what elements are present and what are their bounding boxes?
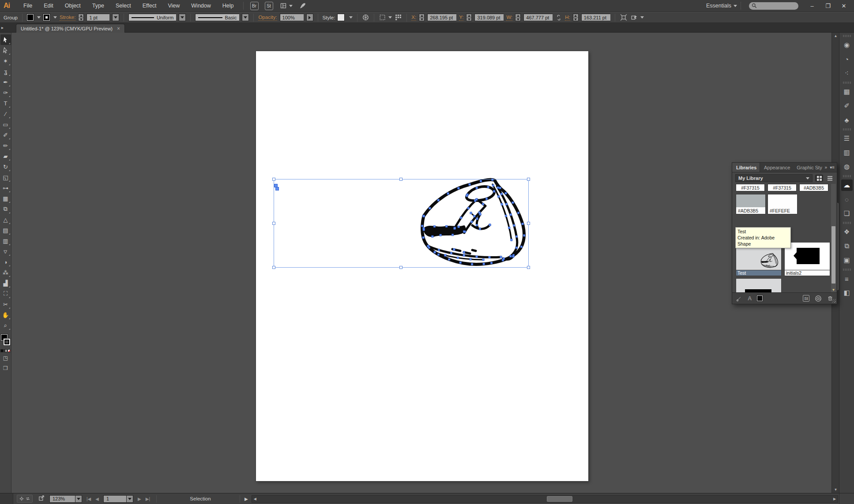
menu-object[interactable]: Object [59,3,87,9]
color-swatch-label[interactable]: #F37315 [767,184,797,191]
tool-zoom[interactable]: ⌕ [0,320,11,331]
variable-width-dropdown[interactable] [179,14,186,21]
x-field[interactable]: 268.195 pt [427,14,456,21]
canvas[interactable] [11,33,831,493]
constrain-proportions-button[interactable] [555,14,562,21]
library-graphic-initials[interactable]: initials [736,278,782,292]
color-swatch[interactable]: #ADB3B5 [736,194,766,214]
tool-pen[interactable]: ✒ [0,77,11,87]
dock-grip[interactable] [843,269,851,271]
handle-top-left[interactable] [272,178,275,181]
graphic-thumbnail[interactable] [736,278,782,292]
tool-rotate[interactable]: ↻ [0,161,11,172]
color-guide-panel-icon[interactable]: ◔ [841,53,853,65]
tool-free-transform[interactable]: ▦ [0,193,11,204]
tool-pencil[interactable]: ✏ [0,140,11,151]
anchor-point[interactable] [275,187,279,190]
w-field[interactable]: 467.777 pt [523,14,553,21]
selection-bounding-box[interactable] [274,179,529,268]
gradient-button[interactable] [4,349,7,352]
status-options-arrow-icon[interactable]: ▶ [245,497,248,501]
brush-dropdown[interactable] [242,14,249,21]
menu-effect[interactable]: Effect [137,3,162,9]
stroke-weight-field[interactable]: 1 pt [87,14,109,21]
menu-select[interactable]: Select [110,3,137,9]
scroll-left-arrow-icon[interactable]: ◀ [252,496,258,502]
horizontal-scrollbar[interactable]: ◀ ▶ [252,495,838,503]
tab-close-icon[interactable]: × [117,26,120,32]
tool-paintbrush[interactable]: ✐ [0,130,11,140]
grid-view-button[interactable] [815,175,823,182]
tool-eyedropper[interactable]: 🜄 [0,246,11,257]
artboard-dropdown[interactable] [126,495,133,503]
variable-width-profile[interactable]: Uniform [128,14,176,21]
stock-button[interactable]: St [803,295,809,302]
w-link[interactable]: W: [506,15,512,21]
stroke-swatch[interactable] [43,14,50,21]
opacity-popup[interactable] [306,14,313,21]
add-content-button[interactable] [736,295,742,302]
fill-swatch[interactable] [27,14,34,21]
character-style-button[interactable]: A [748,295,752,302]
transparency-panel-icon[interactable]: ◍ [841,161,853,172]
h-link[interactable]: H: [565,15,570,21]
first-artboard-button[interactable]: |◀ [87,497,91,501]
color-swatch-label[interactable]: #ADB3B5 [799,184,828,191]
tab-libraries[interactable]: Libraries [732,163,760,172]
tool-mesh[interactable]: ▤ [0,225,11,235]
tool-column-graph[interactable]: ▟ [0,278,11,288]
tool-perspective-grid[interactable]: △ [0,214,11,225]
dock-grip[interactable] [843,222,851,224]
fill-color-control[interactable] [27,14,41,21]
zoom-level-dropdown[interactable] [75,495,82,503]
handle-middle-right[interactable] [527,222,530,225]
none-button[interactable] [8,349,11,352]
y-stepper[interactable] [466,14,472,21]
artboard-options-button[interactable] [17,495,33,503]
handle-top-right[interactable] [527,178,530,181]
handle-middle-left[interactable] [272,222,275,225]
handle-top-center[interactable] [399,178,403,181]
shape-widget-button[interactable] [630,14,644,21]
tool-selection[interactable] [0,34,11,45]
align-button[interactable] [395,14,402,21]
resize-grip[interactable] [832,299,836,303]
artboard-number-field[interactable]: 1 [103,495,126,503]
maximize-button[interactable]: ❐ [821,1,835,10]
stroke-color-control[interactable] [43,14,57,21]
swatches-panel-icon[interactable]: ▦ [841,86,853,97]
tool-artboard[interactable]: ⛶ [0,288,11,299]
stroke-weight-link[interactable]: Stroke: [60,15,75,21]
dock-grip[interactable] [843,82,851,84]
scroll-right-arrow-icon[interactable]: ▶ [831,496,838,502]
pattern-options-panel-icon[interactable]: ⁖ [841,67,853,79]
share-button[interactable] [38,495,45,503]
color-swatch-label[interactable]: #F37315 [736,184,765,191]
tool-direct-selection[interactable] [0,45,11,56]
fill-stroke-indicator[interactable] [0,334,11,347]
dock-grip[interactable] [843,128,851,131]
h-field[interactable]: 163.211 pt [581,14,610,21]
color-swatch[interactable]: #FEFEFE [767,194,798,214]
gradient-panel-icon[interactable]: ▥ [841,147,853,158]
handle-bottom-center[interactable] [399,266,403,269]
brushes-panel-icon[interactable]: ✐ [841,100,853,112]
align-panel-icon[interactable]: ≡ [841,273,853,284]
swatch-color-block[interactable] [767,194,798,207]
tool-shape-builder[interactable]: ⧉ [0,204,11,214]
previous-artboard-button[interactable]: ◀ [95,497,99,501]
tool-rectangle[interactable]: ▭ [0,119,11,130]
tool-blend[interactable]: ◑ [0,257,11,267]
draw-mode-button[interactable]: ◳ [0,354,11,362]
handle-bottom-left[interactable] [272,266,275,269]
h-stepper[interactable] [573,14,579,21]
search-input[interactable] [749,2,798,10]
tool-width[interactable]: ⊶ [0,183,11,193]
panel-menu-icon[interactable]: ▾≡ [830,165,835,170]
menu-type[interactable]: Type [87,3,110,9]
w-stepper[interactable] [515,14,521,21]
menu-window[interactable]: Window [185,3,216,9]
close-button[interactable]: ✕ [837,1,850,10]
menu-view[interactable]: View [162,3,185,9]
zoom-level-field[interactable]: 123% [49,495,75,503]
